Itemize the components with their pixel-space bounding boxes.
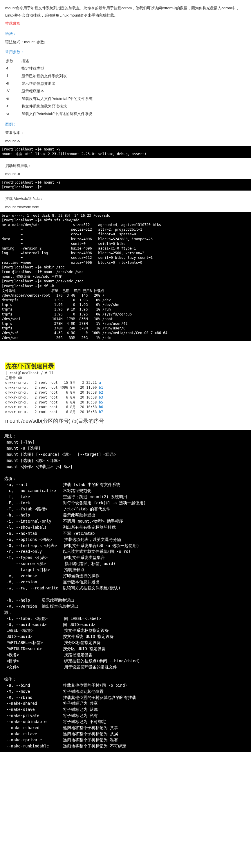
terminal-output: [root@localhost ~]# mount -a [root@local… <box>0 179 251 191</box>
example-cmd: mount -V <box>5 138 246 145</box>
syntax-title: 语法： <box>5 30 246 37</box>
intro-paragraph: mount命令用于加载文件系统到指定的加载点。此命令的最常用于挂载cdrom，使… <box>5 5 246 19</box>
example-label: 挂载 /dev/sdc到 /sdc： <box>5 195 246 203</box>
ls-output: | root@localhost /|# ll 总用量 40 drwxr-xr-… <box>5 370 246 415</box>
intro-note: 挂载磁盘 <box>5 20 246 27</box>
params-table: 参数 描述 -t指定挂载类型 -l显示已加载的文件系统列表 -h显示帮助信息并退… <box>5 57 97 118</box>
param-opt: -a <box>6 111 21 117</box>
param-desc: 加载文件"/etc/fstab"中描述的所有文件系统 <box>22 111 96 117</box>
param-desc: 将文件系统加载为只读模式 <box>22 103 96 110</box>
param-opt: -h <box>6 80 21 87</box>
mkdir-heading: 先在/下面创建目录 <box>5 363 55 370</box>
param-desc: 指定挂载类型 <box>22 65 96 72</box>
mount-help-output: 用法： mount [-lhV] mount -a [选项] mount [选项… <box>0 430 251 752</box>
param-desc: 显示程序版本 <box>22 88 96 95</box>
example-label: 查看版本： <box>5 129 246 136</box>
syntax-text: 语法格式：mount [参数] <box>5 39 246 46</box>
params-header-opt: 参数 <box>6 58 21 64</box>
params-title: 常用参数： <box>5 49 246 56</box>
param-desc: 加载没有写入文件"/etc/mtab"中的文件系统 <box>22 95 96 102</box>
terminal-output: brw-rw----. 1 root disk 8, 32 8月 24 16:2… <box>0 212 251 341</box>
examples-title: 案例： <box>5 121 246 128</box>
mount-command-example: mount /dev/sdb(分区的序号) /b(目录的序号 <box>5 417 246 425</box>
param-desc: 显示帮助信息并退出 <box>22 80 96 87</box>
param-desc: 显示已加载的文件系统列表 <box>22 73 96 80</box>
param-opt: -n <box>6 95 21 102</box>
param-opt: -t <box>6 65 21 72</box>
param-opt: -l <box>6 73 21 80</box>
param-opt: -V <box>6 88 21 95</box>
example-cmd: mount -a <box>5 170 246 178</box>
terminal-output: [root@localhost ~]# mount -V mount，来自 ut… <box>0 146 251 157</box>
example-cmd: mount /dev/sdc /sdc <box>5 204 246 211</box>
params-header-desc: 描述 <box>22 58 96 64</box>
example-label: 启动所有挂载： <box>5 162 246 169</box>
param-opt: -r <box>6 103 21 110</box>
